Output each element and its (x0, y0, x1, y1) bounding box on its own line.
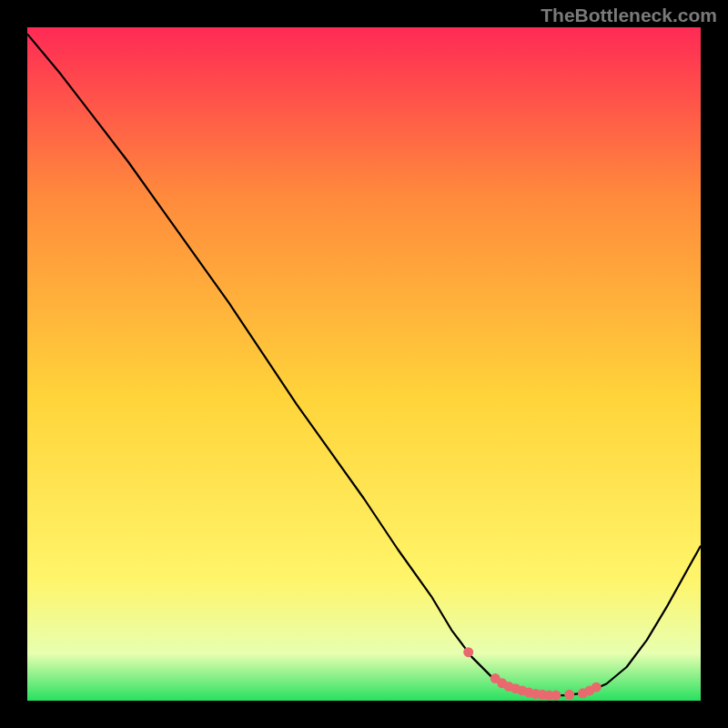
highlight-point (463, 647, 473, 657)
highlight-point (551, 691, 561, 701)
highlight-point (564, 690, 574, 700)
bottleneck-chart (0, 0, 728, 728)
gradient-background (27, 27, 701, 701)
chart-container: TheBottleneck.com (0, 0, 728, 728)
highlight-point (592, 682, 602, 693)
watermark-text: TheBottleneck.com (541, 5, 717, 26)
